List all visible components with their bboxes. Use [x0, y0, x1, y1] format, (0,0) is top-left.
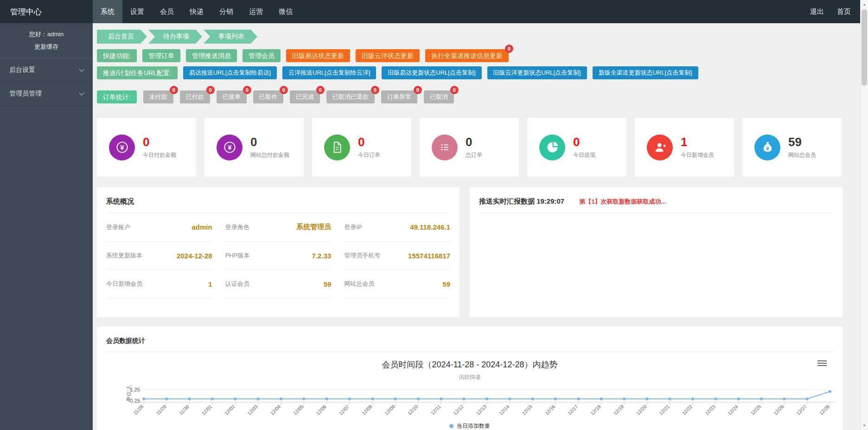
- svg-text:12/07: 12/07: [338, 404, 350, 416]
- main-content: 后台首页待办事项事项列表 快捷功能:管理订单管理推送消息管理会员旧版易达状态更新…: [93, 23, 860, 430]
- scrollbar-thumb[interactable]: [862, 9, 867, 86]
- svg-text:¥: ¥: [766, 146, 769, 151]
- top-nav-item[interactable]: 运营: [241, 0, 271, 23]
- stat-value: 0: [250, 136, 289, 148]
- quick-action-button[interactable]: 管理会员: [243, 49, 281, 62]
- url-copy-button[interactable]: 云洋推送URL[点击复制给云洋]: [282, 66, 376, 79]
- svg-text:12/20: 12/20: [635, 404, 648, 416]
- overview-label: 系统更新版本: [106, 251, 142, 260]
- chart-menu-icon[interactable]: [817, 359, 827, 367]
- quick-action-button[interactable]: 管理订单: [142, 49, 180, 62]
- order-status-chip[interactable]: 已完成0: [290, 90, 320, 103]
- url-copy-button[interactable]: 易达推送URL[点击复制给易达]: [183, 66, 277, 79]
- app-title: 管理中心: [0, 0, 93, 23]
- system-overview-panel: 系统概况 登录账户 admin 登录角色 系统管理员 登录IP 49.118.2…: [97, 187, 460, 317]
- url-copy-button[interactable]: 新版全渠道更新状态URL[点击复制]: [593, 66, 698, 79]
- overview-value: 59: [324, 280, 332, 288]
- order-status-chip[interactable]: 已取消已退款0: [326, 90, 375, 103]
- url-config-label: 推送/计划任务URL配置:: [97, 66, 178, 79]
- stat-card-info: 0 网站总付款金额: [250, 136, 289, 159]
- stat-card: 0 今日提现: [527, 118, 626, 177]
- svg-text:12/01: 12/01: [200, 404, 213, 416]
- svg-text:12/19: 12/19: [612, 404, 625, 416]
- breadcrumb-item[interactable]: 待办事项: [148, 30, 202, 44]
- top-nav-item[interactable]: 分销: [211, 0, 241, 23]
- sidebar-item-label: 后台设置: [9, 66, 35, 74]
- overview-grid: 登录账户 admin 登录角色 系统管理员 登录IP 49.118.246.1 …: [97, 213, 460, 298]
- order-status-chip[interactable]: 已付款0: [180, 90, 210, 103]
- sidebar-menu: 后台设置 管理员管理: [0, 58, 93, 106]
- scroll-up-icon[interactable]: ▲: [861, 0, 868, 8]
- overview-cell: 登录账户 admin: [106, 213, 212, 242]
- logout-link[interactable]: 退出: [810, 7, 824, 16]
- top-nav: 系统设置会员快递分销运营微信: [93, 0, 300, 23]
- overview-cell: 今日新增会员 1: [106, 270, 212, 298]
- url-copy-button[interactable]: 旧版易达更新状态URL[点击复制]: [382, 66, 481, 79]
- svg-text:12/27: 12/27: [795, 404, 808, 416]
- stat-label: 总订单: [466, 151, 482, 159]
- chart-legend[interactable]: 当日添加数量: [97, 422, 842, 430]
- top-nav-item[interactable]: 快递: [182, 0, 211, 23]
- svg-text:11/29: 11/29: [155, 404, 167, 416]
- stat-card: ¥ 0 网站总付款金额: [204, 118, 304, 177]
- overview-label: 登录账户: [106, 223, 130, 231]
- overview-value: 15574116817: [408, 252, 450, 260]
- overview-cell: 管理员手机号 15574116817: [344, 242, 450, 270]
- count-badge: 0: [316, 86, 325, 94]
- overview-label: 登录IP: [344, 223, 362, 231]
- svg-text:12/21: 12/21: [658, 404, 670, 416]
- breadcrumb-item[interactable]: 后台首页: [97, 30, 147, 44]
- chevron-down-icon: [79, 90, 84, 95]
- top-nav-item[interactable]: 微信: [271, 0, 300, 23]
- top-bar-right: 退出 首页: [810, 0, 860, 23]
- svg-text:12/02: 12/02: [223, 404, 236, 416]
- scroll-down-icon[interactable]: ▼: [861, 422, 868, 430]
- top-nav-item[interactable]: 会员: [152, 0, 182, 23]
- svg-text:12/04: 12/04: [269, 404, 281, 416]
- overview-label: 网站总会员: [344, 280, 374, 288]
- overview-cell: 登录角色 系统管理员: [225, 213, 332, 242]
- svg-text:12/05: 12/05: [292, 404, 305, 416]
- count-badge: 0: [206, 86, 215, 94]
- quick-action-button[interactable]: 旧版云洋状态更新: [356, 49, 420, 62]
- overview-cell: 认证会员 59: [225, 270, 332, 298]
- count-badge: 0: [170, 86, 178, 94]
- push-report-header: 推送实时汇报数据 19:29:07 第【1】次获取新数据获取成功...: [479, 187, 833, 213]
- stat-card-info: 0 总订单: [466, 136, 482, 159]
- stat-label: 今日提现: [573, 151, 595, 159]
- sidebar-item[interactable]: 管理员管理: [0, 82, 93, 106]
- order-status-chip[interactable]: 订单异常0: [381, 90, 417, 103]
- url-config-row: 推送/计划任务URL配置:易达推送URL[点击复制给易达]云洋推送URL[点击复…: [97, 66, 842, 79]
- svg-text:12/26: 12/26: [772, 404, 785, 416]
- quick-action-button[interactable]: 旧版易达状态更新: [286, 49, 350, 62]
- svg-text:12/18: 12/18: [589, 404, 602, 416]
- page: 管理中心 系统设置会员快递分销运营微信 退出 首页 您好：admin 更新缓存 …: [0, 0, 868, 430]
- overview-value: 系统管理员: [296, 223, 331, 231]
- url-copy-button[interactable]: 旧版云洋更新状态URL[点击复制]: [487, 66, 587, 79]
- breadcrumb-item[interactable]: 事项列表: [204, 30, 257, 44]
- svg-text:12/10: 12/10: [406, 404, 419, 416]
- home-link[interactable]: 首页: [837, 7, 851, 16]
- svg-text:12/28: 12/28: [818, 404, 830, 416]
- stat-card: ¥ 59 网站总会员: [742, 118, 842, 177]
- order-status-chip[interactable]: 已接单0: [217, 90, 247, 103]
- order-status-chip[interactable]: 已取消0: [424, 90, 454, 103]
- sidebar-item[interactable]: 后台设置: [0, 58, 93, 82]
- top-nav-item[interactable]: 系统: [93, 0, 122, 23]
- stat-card: 0 总订单: [420, 118, 519, 177]
- panels-row: 系统概况 登录账户 admin 登录角色 系统管理员 登录IP 49.118.2…: [97, 187, 842, 317]
- overview-label: 今日新增会员: [106, 280, 142, 288]
- order-status-chip[interactable]: 已取件0: [253, 90, 283, 103]
- refresh-cache-link[interactable]: 更新缓存: [0, 43, 93, 58]
- overview-label: PHP版本: [225, 251, 250, 260]
- stat-card: ¥ 0 今日付款金额: [97, 118, 196, 177]
- svg-text:12/03: 12/03: [246, 404, 259, 416]
- overview-label: 认证会员: [225, 280, 249, 288]
- quick-action-button[interactable]: 管理推送消息: [186, 49, 237, 62]
- order-status-chip[interactable]: 未付款0: [143, 90, 173, 103]
- order-stats-row: 订单统计:未付款0已付款0已接单0已取件0已完成0已取消已退款0订单异常0已取消…: [97, 90, 842, 103]
- top-nav-item[interactable]: 设置: [122, 0, 152, 23]
- svg-text:12/22: 12/22: [681, 404, 693, 416]
- quick-action-button[interactable]: 执行全渠道推送信息更新0: [425, 49, 509, 62]
- svg-text:单位:人: 单位:人: [126, 385, 131, 402]
